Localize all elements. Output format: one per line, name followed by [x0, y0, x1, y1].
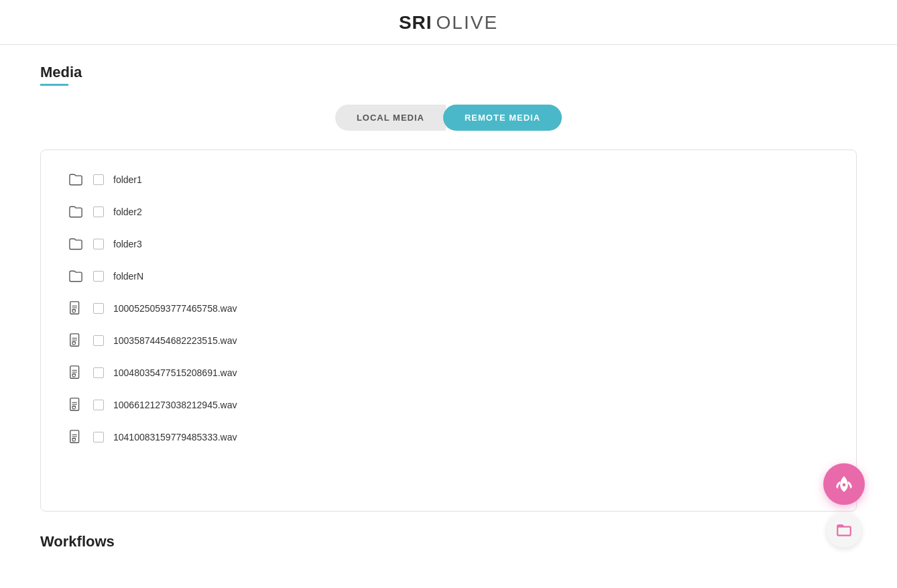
- audio-file-icon: [68, 300, 84, 316]
- file-checkbox[interactable]: [93, 367, 104, 378]
- open-folder-icon: [835, 522, 853, 539]
- local-media-tab[interactable]: LOCAL MEDIA: [335, 105, 446, 131]
- rocket-icon: [835, 475, 853, 493]
- list-item: folder3: [68, 228, 829, 260]
- file-name: 10410083159779485333.wav: [113, 432, 237, 443]
- list-item: 10066121273038212945.wav: [68, 389, 829, 421]
- list-item: 10035874454682223515.wav: [68, 325, 829, 357]
- file-list: folder1 folder2 folder3 folderN 10005250…: [68, 164, 829, 453]
- file-name: 10048035477515208691.wav: [113, 367, 237, 378]
- file-name: folder1: [113, 174, 142, 185]
- logo: SRI OLIVE: [399, 12, 498, 34]
- audio-file-icon: [68, 333, 84, 349]
- file-checkbox[interactable]: [93, 271, 104, 282]
- logo-olive: OLIVE: [436, 12, 498, 34]
- folder-icon: [68, 172, 84, 188]
- file-name: folder2: [113, 207, 142, 217]
- tab-toggle: LOCAL MEDIA REMOTE MEDIA: [40, 105, 857, 131]
- file-checkbox[interactable]: [93, 303, 104, 314]
- file-name: 10066121273038212945.wav: [113, 400, 237, 410]
- fab-container: [823, 463, 865, 548]
- list-item: 10410083159779485333.wav: [68, 421, 829, 453]
- file-name: folder3: [113, 239, 142, 249]
- folder-icon: [68, 236, 84, 252]
- file-checkbox[interactable]: [93, 335, 104, 346]
- fab-rocket-button[interactable]: [823, 463, 865, 505]
- folder-icon: [68, 204, 84, 220]
- file-checkbox[interactable]: [93, 239, 104, 249]
- folder-icon: [68, 268, 84, 284]
- page-title: Media: [40, 64, 857, 81]
- main-content: Media LOCAL MEDIA REMOTE MEDIA folder1 f…: [0, 45, 897, 577]
- file-list-container: folder1 folder2 folder3 folderN 10005250…: [40, 150, 857, 512]
- file-checkbox[interactable]: [93, 432, 104, 443]
- remote-media-tab[interactable]: REMOTE MEDIA: [443, 105, 562, 131]
- logo-sri: SRI: [399, 12, 432, 34]
- fab-folder-button[interactable]: [827, 513, 861, 548]
- file-checkbox[interactable]: [93, 207, 104, 217]
- app-header: SRI OLIVE: [0, 0, 897, 45]
- audio-file-icon: [68, 397, 84, 413]
- list-item: folder1: [68, 164, 829, 196]
- file-name: 10005250593777465758.wav: [113, 303, 237, 314]
- workflows-title: Workflows: [40, 533, 857, 550]
- file-name: 10035874454682223515.wav: [113, 335, 237, 346]
- list-item: 10005250593777465758.wav: [68, 292, 829, 325]
- audio-file-icon: [68, 365, 84, 381]
- file-checkbox[interactable]: [93, 174, 104, 185]
- page-title-section: Media: [40, 64, 857, 86]
- list-item: folder2: [68, 196, 829, 228]
- list-item: 10048035477515208691.wav: [68, 357, 829, 389]
- file-checkbox[interactable]: [93, 400, 104, 410]
- audio-file-icon: [68, 429, 84, 445]
- title-underline: [40, 84, 68, 86]
- list-item: folderN: [68, 260, 829, 292]
- file-name: folderN: [113, 271, 143, 282]
